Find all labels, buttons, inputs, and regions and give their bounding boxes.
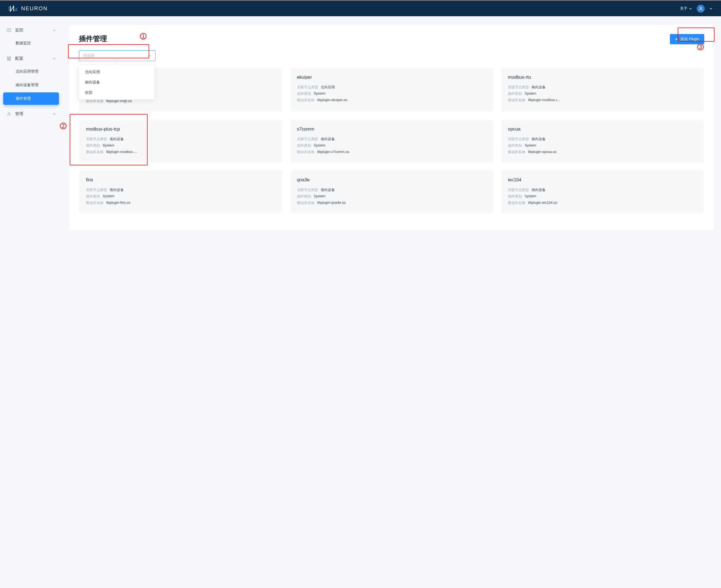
- brand-name: NEURON: [21, 5, 48, 12]
- select-placeholder: 请选择: [83, 53, 94, 58]
- card-value: libplugin-ekuiper.so: [317, 98, 347, 103]
- dropdown-option-all[interactable]: 全部: [79, 87, 154, 98]
- card-label: 驱动库名称: [508, 150, 525, 154]
- card-value: libplugin-s7comm.so: [317, 150, 349, 154]
- svg-point-8: [9, 59, 9, 60]
- plugin-card[interactable]: opcua关联节点类型南向设备插件类别System驱动库名称libplugin-…: [501, 120, 704, 163]
- chevron-down-icon[interactable]: [709, 7, 712, 10]
- card-label: 关联节点类型: [297, 188, 318, 192]
- card-title: ekuiper: [297, 75, 486, 80]
- card-value: System: [103, 194, 114, 199]
- dropdown-option-south[interactable]: 南向设备: [79, 77, 154, 87]
- card-value: System: [314, 194, 325, 199]
- card-value: 南向设备: [532, 137, 546, 142]
- svg-rect-1: [16, 7, 17, 11]
- card-value: 南向设备: [321, 188, 335, 192]
- card-title: s7comm: [297, 126, 486, 132]
- card-value: System: [103, 143, 114, 148]
- card-label: 插件类别: [508, 91, 522, 96]
- plugin-card[interactable]: modbus-rtu关联节点类型南向设备插件类别System驱动库名称libpl…: [501, 67, 704, 112]
- sidebar-head-admin[interactable]: 管理: [3, 108, 59, 120]
- card-value: System: [525, 194, 536, 199]
- card-label: 驱动库名称: [508, 98, 525, 103]
- plugin-grid: 驱动库名称libplugin-mqtt.soekuiper关联节点类型北向应用插…: [79, 67, 704, 213]
- sidebar-group-config: 配置 北向应用管理 南向设备管理 插件管理: [3, 53, 59, 105]
- card-label: 关联节点类型: [297, 85, 318, 90]
- card-value: libplugin-modbus-r...: [528, 98, 560, 103]
- card-value: libplugin-opcua.so: [528, 150, 556, 154]
- card-value: 南向设备: [321, 137, 335, 142]
- filter-select-wrap: 请选择 北向应用 南向设备 全部: [79, 50, 156, 61]
- main: 插件管理 添加 Plugin 请选择 北向应用 南向设备 全部 驱动库名称lib…: [62, 16, 721, 239]
- plugin-card[interactable]: s7comm关联节点类型南向设备插件类别System驱动库名称libplugin…: [290, 120, 493, 163]
- plugin-card[interactable]: modbus-plus-tcp关联节点类型南向设备插件类别System驱动库名称…: [79, 120, 282, 163]
- avatar[interactable]: [697, 5, 705, 13]
- card-label: 驱动库名称: [508, 201, 525, 205]
- plugin-card[interactable]: iec104关联节点类型南向设备插件类别System驱动库名称libplugin…: [501, 170, 704, 213]
- sidebar-config-label: 配置: [15, 56, 49, 61]
- card-value: libplugin-iec104.so: [528, 201, 557, 205]
- sidebar-group-monitor: 监控 数据监控: [3, 24, 59, 49]
- card-value: libplugin-modbus-...: [106, 150, 137, 154]
- card-value: 南向设备: [110, 137, 124, 142]
- card-label: 插件类别: [86, 194, 100, 199]
- add-plugin-label: 添加 Plugin: [680, 37, 699, 42]
- card-label: 关联节点类型: [508, 188, 529, 192]
- card-label: 关联节点类型: [86, 137, 107, 142]
- panel: 插件管理 添加 Plugin 请选择 北向应用 南向设备 全部 驱动库名称lib…: [70, 25, 714, 230]
- sidebar-head-monitor[interactable]: 监控: [3, 24, 59, 36]
- card-label: 插件类别: [508, 143, 522, 148]
- svg-rect-5: [9, 57, 9, 60]
- card-value: 北向应用: [321, 85, 335, 90]
- add-plugin-button[interactable]: 添加 Plugin: [670, 34, 704, 44]
- svg-rect-6: [10, 57, 11, 60]
- sidebar-item-data-monitor[interactable]: 数据监控: [3, 37, 59, 49]
- svg-point-10: [8, 112, 10, 114]
- card-label: 关联节点类型: [297, 137, 318, 142]
- sidebar-monitor-label: 监控: [15, 27, 49, 33]
- card-value: libplugin-qna3e.so: [317, 201, 346, 205]
- card-label: 驱动库名称: [297, 98, 315, 103]
- user-icon: [6, 111, 12, 117]
- about-menu[interactable]: 关于: [680, 6, 692, 11]
- sidebar-head-config[interactable]: 配置: [3, 53, 59, 64]
- card-value: libplugin-fins.so: [106, 201, 130, 205]
- card-label: 驱动库名称: [86, 150, 104, 154]
- card-label: 驱动库名称: [86, 99, 104, 104]
- card-label: 关联节点类型: [508, 137, 529, 142]
- config-icon: [6, 56, 12, 61]
- chevron-up-icon: [148, 54, 152, 57]
- about-label: 关于: [680, 6, 687, 11]
- card-label: 插件类别: [297, 194, 311, 199]
- card-value: libplugin-mqtt.so: [106, 99, 132, 104]
- page-title: 插件管理: [79, 34, 107, 43]
- svg-rect-4: [7, 57, 8, 60]
- card-label: 插件类别: [86, 143, 100, 148]
- sidebar-item-north-app[interactable]: 北向应用管理: [3, 65, 59, 78]
- card-label: 插件类别: [297, 91, 311, 96]
- plugin-card[interactable]: ekuiper关联节点类型北向应用插件类别System驱动库名称libplugi…: [290, 67, 493, 112]
- filter-select[interactable]: 请选择: [79, 50, 156, 61]
- card-label: 关联节点类型: [86, 188, 107, 192]
- card-value: System: [314, 143, 325, 148]
- plugin-card[interactable]: fins关联节点类型南向设备插件类别System驱动库名称libplugin-f…: [79, 170, 282, 213]
- card-title: opcua: [508, 126, 697, 132]
- chevron-up-icon: [53, 29, 56, 31]
- card-value: System: [525, 91, 536, 96]
- sidebar-item-south-device[interactable]: 南向设备管理: [3, 79, 59, 91]
- sidebar-item-plugin-manage[interactable]: 插件管理: [3, 92, 59, 105]
- filter-dropdown: 北向应用 南向设备 全部: [79, 65, 154, 100]
- plus-icon: [675, 38, 678, 41]
- card-label: 驱动库名称: [86, 201, 104, 205]
- sidebar-group-admin: 管理: [3, 108, 59, 120]
- dropdown-option-north[interactable]: 北向应用: [79, 67, 154, 77]
- logo-icon: [9, 5, 18, 13]
- sidebar-admin-label: 管理: [15, 111, 49, 117]
- svg-rect-0: [15, 9, 16, 11]
- card-label: 驱动库名称: [297, 201, 315, 205]
- chevron-down-icon: [53, 113, 56, 115]
- card-label: 插件类别: [297, 143, 311, 148]
- plugin-card[interactable]: qna3e关联节点类型南向设备插件类别System驱动库名称libplugin-…: [290, 170, 493, 213]
- annotation-label-3: 3: [697, 44, 704, 50]
- chevron-down-icon: [689, 7, 692, 10]
